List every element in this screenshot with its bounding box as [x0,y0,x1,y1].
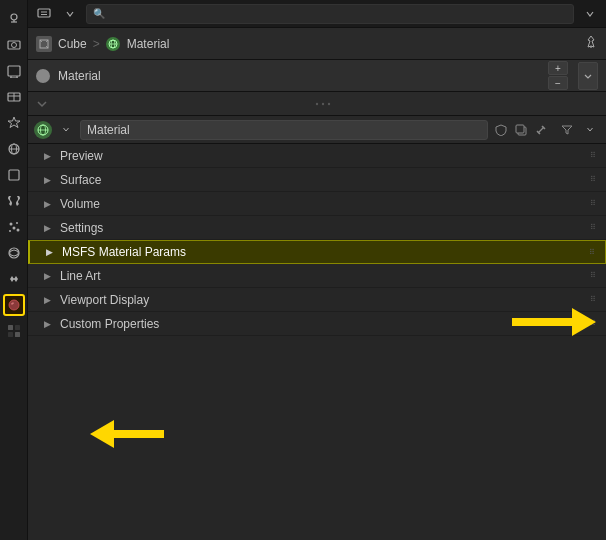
svg-rect-27 [8,332,13,337]
scene-properties-icon[interactable] [3,112,25,134]
viewport-display-label: Viewport Display [60,293,584,307]
settings-drag-handle: ⠿ [590,223,598,232]
surface-label: Surface [60,173,584,187]
preview-label: Preview [60,149,584,163]
material-slot-row: Material + − [28,60,606,92]
svg-point-23 [9,300,19,310]
unlink-icon[interactable] [532,121,550,139]
texture-icon[interactable] [3,320,25,342]
svg-point-40 [316,102,318,104]
breadcrumb-row: Cube > Material [28,28,606,60]
modifier-icon[interactable] [3,190,25,212]
svg-rect-28 [15,332,20,337]
svg-point-18 [12,227,15,230]
svg-point-20 [16,229,19,232]
cube-label: Cube [58,37,87,51]
settings-section[interactable]: ▶ Settings ⠿ [28,216,606,240]
custom-properties-label: Custom Properties [60,317,584,331]
output-icon[interactable] [3,60,25,82]
expand-icon[interactable] [580,4,600,24]
preview-drag-handle: ⠿ [590,151,598,160]
constraints-icon[interactable] [3,268,25,290]
dropdown-arrow-icon[interactable] [60,4,80,24]
svg-rect-25 [8,325,13,330]
add-material-button[interactable]: + [548,61,568,75]
material-breadcrumb-label: Material [127,37,170,51]
volume-chevron: ▶ [44,199,54,209]
material-globe-icon [106,37,120,51]
volume-label: Volume [60,197,584,211]
remove-material-button[interactable]: − [548,76,568,90]
svg-rect-26 [15,325,20,330]
main-properties-panel: 🔍 Cube > [28,0,606,540]
svg-rect-5 [8,66,20,76]
expand-material-slots-button[interactable] [578,62,598,90]
breadcrumb: Cube > Material [58,37,169,51]
settings-label: Settings [60,221,584,235]
menu-icon[interactable] [34,4,54,24]
custom-properties-chevron: ▶ [44,319,54,329]
material-action-icons [492,121,550,139]
material-name-dropdown[interactable]: Material [80,120,488,140]
svg-point-42 [328,102,330,104]
scene-icon[interactable] [3,8,25,30]
object-icon[interactable] [3,164,25,186]
viewport-display-section[interactable]: ▶ Viewport Display ⠿ [28,288,606,312]
search-bar[interactable]: 🔍 [86,4,574,24]
line-art-drag-handle: ⠿ [590,271,598,280]
material-dropdown-arrow[interactable] [56,120,76,140]
top-toolbar: 🔍 [28,0,606,28]
render-icon[interactable] [3,34,25,56]
svg-point-19 [9,230,11,232]
material-slot-buttons: + − [548,61,568,90]
svg-rect-15 [9,170,19,180]
material-type-button[interactable] [34,121,52,139]
msfs-material-params-section[interactable]: ▶ MSFS Material Params ⠿ [28,240,606,264]
properties-sidebar [0,0,28,540]
volume-drag-handle: ⠿ [590,199,598,208]
svg-point-0 [11,14,17,20]
material-selector-row: Material [28,116,606,144]
svg-rect-47 [516,125,524,133]
filter-dropdown-arrow[interactable] [580,120,600,140]
search-icon: 🔍 [93,8,105,19]
copy-icon[interactable] [512,121,530,139]
viewport-display-drag-handle: ⠿ [590,295,598,304]
volume-section[interactable]: ▶ Volume ⠿ [28,192,606,216]
material-dot [36,69,50,83]
viewport-display-chevron: ▶ [44,295,54,305]
collapse-row[interactable] [28,92,606,116]
custom-properties-drag-handle: ⠿ [590,319,598,328]
surface-drag-handle: ⠿ [590,175,598,184]
surface-section[interactable]: ▶ Surface ⠿ [28,168,606,192]
msfs-label: MSFS Material Params [62,245,583,259]
preview-chevron: ▶ [44,151,54,161]
breadcrumb-separator: > [93,37,100,51]
world-icon[interactable] [3,138,25,160]
cube-icon [36,36,52,52]
physics-icon[interactable] [3,242,25,264]
svg-point-17 [16,222,18,224]
msfs-chevron: ▶ [46,247,56,257]
blender-properties-panel: 🔍 Cube > [0,0,606,540]
svg-point-4 [11,43,16,48]
filter-icon[interactable] [558,121,576,139]
svg-point-41 [322,102,324,104]
line-art-chevron: ▶ [44,271,54,281]
svg-point-16 [9,223,12,226]
material-slot-name: Material [58,69,540,83]
pin-icon[interactable] [584,35,598,52]
svg-rect-29 [38,9,50,17]
line-art-section[interactable]: ▶ Line Art ⠿ [28,264,606,288]
preview-section[interactable]: ▶ Preview ⠿ [28,144,606,168]
surface-chevron: ▶ [44,175,54,185]
custom-properties-section[interactable]: ▶ Custom Properties ⠿ [28,312,606,336]
line-art-label: Line Art [60,269,584,283]
properties-list: ▶ Preview ⠿ ▶ Surface ⠿ ▶ Volume ⠿ ▶ Set… [28,144,606,540]
shield-icon[interactable] [492,121,510,139]
particles-icon[interactable] [3,216,25,238]
settings-chevron: ▶ [44,223,54,233]
material-icon[interactable] [3,294,25,316]
msfs-drag-handle: ⠿ [589,248,597,257]
view-layer-icon[interactable] [3,86,25,108]
